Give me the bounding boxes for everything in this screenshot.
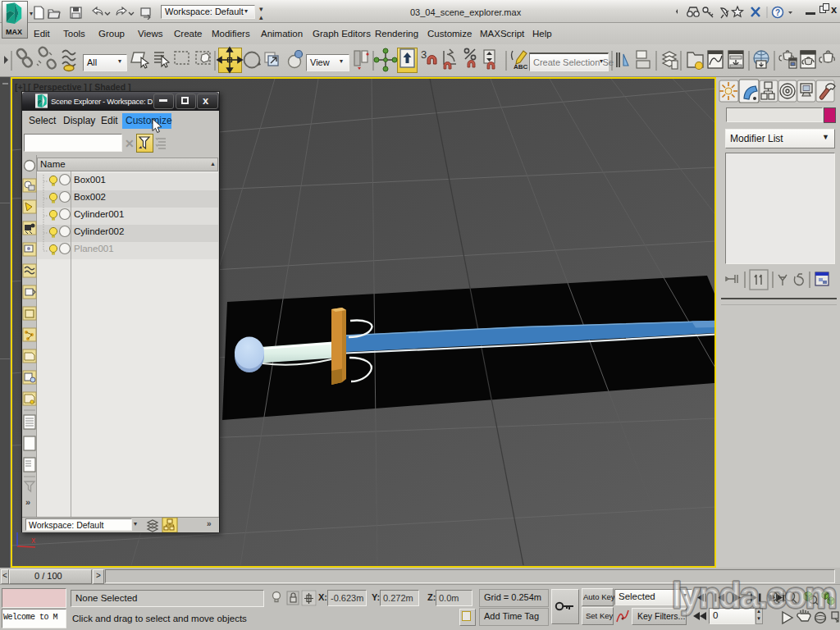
svg-text:x: x: [31, 536, 35, 545]
svg-text:»: »: [25, 497, 30, 507]
svg-text:lynda.com: lynda.com: [672, 575, 836, 615]
